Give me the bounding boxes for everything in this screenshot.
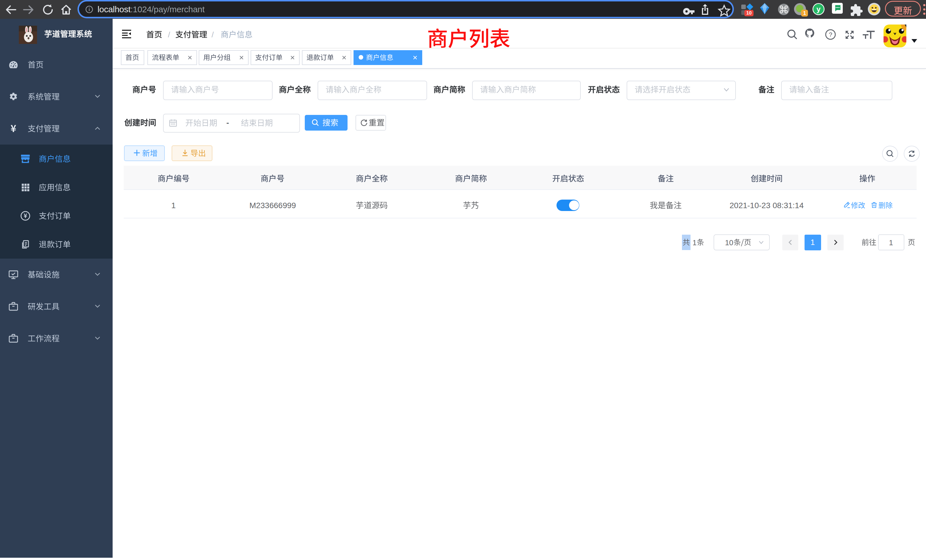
svg-text:?: ?	[829, 31, 832, 38]
svg-text:y: y	[817, 5, 821, 14]
